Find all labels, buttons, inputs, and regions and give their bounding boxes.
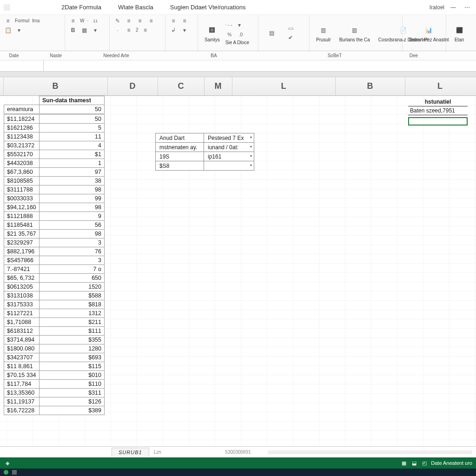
cell[interactable]: $211 <box>40 318 105 327</box>
cell[interactable]: $818 <box>40 300 105 309</box>
align-left-icon[interactable]: ≡ <box>4 17 12 25</box>
name-box[interactable] <box>0 60 44 71</box>
cell[interactable]: $S457866 <box>4 256 40 265</box>
column-header[interactable]: C <box>158 77 205 95</box>
align-icon[interactable]: ≡ <box>69 17 77 25</box>
sheet-grid[interactable]: Sun-data thamest ereamiura 50 $11,182245… <box>0 96 476 449</box>
cell-dropdown[interactable] <box>204 161 254 171</box>
cell[interactable]: Anud Dart <box>156 133 204 143</box>
align-icon[interactable]: ≡ <box>180 17 189 25</box>
cell[interactable]: $3423707 <box>4 353 40 362</box>
cell-dropdown[interactable]: iunand / 0at: <box>204 143 254 152</box>
cell[interactable]: 5 <box>40 124 105 132</box>
cell[interactable]: $0033033 <box>4 194 40 203</box>
ribbon-tab[interactable]: 2Date Formula <box>61 4 101 11</box>
cell[interactable]: $115 <box>40 362 105 371</box>
start-icon[interactable] <box>4 470 8 475</box>
cell[interactable]: $11,19137 <box>4 397 40 406</box>
view-normal-icon[interactable]: ▦ <box>400 459 408 467</box>
cell[interactable]: $2329297 <box>4 238 40 247</box>
column-header[interactable]: D <box>108 77 158 95</box>
ribbon-tab[interactable]: Sugien Ddaet Vte#oruations <box>170 4 246 11</box>
cell[interactable]: mstnenaten ay. <box>156 143 204 152</box>
cell[interactable]: 97 <box>40 168 105 177</box>
cell[interactable]: 4 <box>40 141 105 150</box>
cell[interactable]: $6183112 <box>4 327 40 336</box>
cell[interactable]: 98 <box>40 185 105 194</box>
merge-icon[interactable]: ▾ <box>180 26 189 34</box>
cell[interactable]: $94,12,160 <box>4 203 40 212</box>
cell[interactable]: $S8 <box>156 161 204 171</box>
cell[interactable]: $882,1796 <box>4 247 40 256</box>
paste-icon[interactable]: 📋 <box>4 26 12 34</box>
window-minimize-button[interactable]: — <box>448 4 458 11</box>
border-icon[interactable]: ▦ <box>80 26 88 34</box>
addins-icon[interactable]: ⬛ <box>453 24 466 37</box>
cell[interactable]: $1121888 <box>4 212 40 221</box>
cell[interactable]: 38 <box>40 177 105 185</box>
align-icon[interactable]: ≡ <box>141 26 150 34</box>
chevron-down-icon[interactable]: ▾ <box>235 21 244 29</box>
cell[interactable]: $389 <box>40 406 105 415</box>
cell[interactable]: $010 <box>40 371 105 380</box>
cell[interactable]: $1123438 <box>4 132 40 141</box>
column-header[interactable]: L <box>232 77 336 95</box>
active-cell-selection[interactable] <box>408 117 468 126</box>
cell[interactable]: 1312 <box>40 309 105 318</box>
indent-icon[interactable]: · <box>113 26 122 34</box>
cell[interactable]: 50 <box>40 105 105 114</box>
align-icon[interactable]: ≡ <box>169 17 178 25</box>
cell[interactable]: 1520 <box>40 283 105 291</box>
cell[interactable]: $5532170 <box>4 150 40 159</box>
cell[interactable]: $3175333 <box>4 300 40 309</box>
column-header[interactable]: B <box>4 77 108 95</box>
cell[interactable]: $355 <box>40 336 105 344</box>
cell[interactable]: $1621286 <box>4 124 40 132</box>
cell[interactable]: $16,72228 <box>4 406 40 415</box>
cell[interactable]: 7.-8?421 <box>4 265 40 274</box>
chevron-down-icon[interactable]: ▾ <box>15 26 23 34</box>
cell-dropdown[interactable]: ip161 <box>204 152 254 161</box>
cell[interactable]: $311 <box>40 389 105 397</box>
cell[interactable]: 7 o <box>40 265 105 274</box>
sheet-tab-active[interactable]: SURUB1 <box>112 448 149 456</box>
cell[interactable]: $1 <box>40 150 105 159</box>
cell[interactable]: 19S <box>156 152 204 161</box>
cell[interactable]: $67,3,860 <box>4 168 40 177</box>
align-icon[interactable]: ≡ <box>125 17 133 25</box>
cell[interactable]: $8108585 <box>4 177 40 185</box>
cell[interactable]: $13,35360 <box>4 389 40 397</box>
analysis-icon[interactable]: 📊 <box>423 24 436 37</box>
cell[interactable]: 11 <box>40 132 105 141</box>
percent-icon[interactable]: % <box>225 31 234 39</box>
cell[interactable]: 3 <box>40 238 105 247</box>
cell[interactable]: $1185481 <box>4 221 40 230</box>
cell-dropdown[interactable]: Pestesed 7 Ex <box>204 133 254 143</box>
cell[interactable]: $3131038 <box>4 291 40 300</box>
column-header-a[interactable]: ereamiura <box>4 105 40 114</box>
cell[interactable]: $65, 6,732 <box>4 274 40 283</box>
cell[interactable]: 3 <box>40 256 105 265</box>
cell[interactable]: $11 8,861 <box>4 362 40 371</box>
decimal-icon[interactable]: .0 <box>237 31 245 39</box>
chevron-down-icon[interactable]: ▾ <box>91 26 99 34</box>
cell[interactable]: $111 <box>40 327 105 336</box>
cell[interactable]: 1280 <box>40 344 105 353</box>
column-header[interactable]: L <box>405 77 475 95</box>
wrap-icon[interactable]: ↲ <box>169 26 178 34</box>
cell[interactable]: $11,18224 <box>4 115 40 124</box>
cell[interactable]: $117,784 <box>4 380 40 389</box>
cell[interactable]: 99 <box>40 194 105 203</box>
cell[interactable]: 9 <box>40 212 105 221</box>
cell[interactable]: 98 <box>40 203 105 212</box>
cell[interactable]: $3111788 <box>4 185 40 194</box>
cell-delete-icon[interactable]: ▥ <box>348 24 361 37</box>
view-layout-icon[interactable]: ⬓ <box>410 459 418 467</box>
cell[interactable]: $588 <box>40 291 105 300</box>
column-header[interactable]: B <box>336 77 405 95</box>
cell[interactable]: $03,21372 <box>4 141 40 150</box>
brush-icon[interactable]: ✎ <box>113 17 122 25</box>
window-close-button[interactable]: ⋯ <box>462 4 472 11</box>
horizontal-scrollbar[interactable] <box>268 450 472 454</box>
align-icon[interactable]: ≡ <box>147 17 155 25</box>
